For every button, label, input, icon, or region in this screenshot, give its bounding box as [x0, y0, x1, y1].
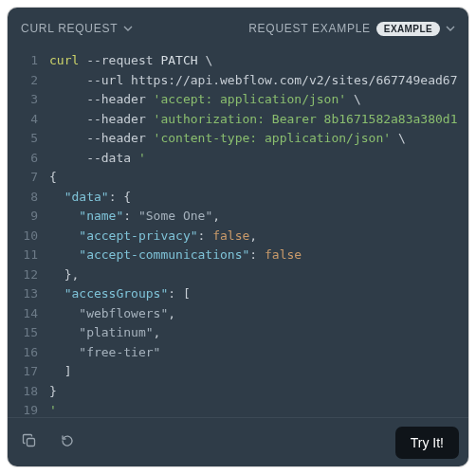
- example-label: REQUEST EXAMPLE: [248, 22, 371, 35]
- chevron-down-icon: [446, 24, 455, 33]
- language-label: CURL REQUEST: [21, 22, 118, 35]
- code-line: 6 --data ': [8, 149, 468, 169]
- copy-button[interactable]: [17, 430, 42, 455]
- code-line: 19': [8, 401, 468, 417]
- svg-rect-0: [27, 438, 35, 446]
- code-line: 5 --header 'content-type: application/js…: [8, 129, 468, 149]
- chevron-down-icon: [123, 24, 133, 33]
- panel-footer: Try It!: [8, 417, 468, 466]
- code-line: 3 --header 'accept: application/json' \: [8, 90, 468, 110]
- try-it-button[interactable]: Try It!: [395, 427, 459, 459]
- code-line: 15 "platinum",: [8, 323, 468, 343]
- reset-icon: [60, 433, 75, 452]
- code-line: 12 },: [8, 265, 468, 285]
- code-line: 2 --url https://api.webflow.com/v2/sites…: [8, 71, 468, 91]
- panel-header: CURL REQUEST REQUEST EXAMPLE EXAMPLE: [8, 8, 468, 49]
- code-line: 18}: [8, 382, 468, 402]
- code-line: 7{: [8, 168, 468, 188]
- code-line: 14 "webflowers",: [8, 304, 468, 324]
- example-select[interactable]: REQUEST EXAMPLE EXAMPLE: [248, 22, 455, 36]
- reset-button[interactable]: [55, 430, 80, 455]
- code-line: 8 "data": {: [8, 188, 468, 208]
- code-line: 17 ]: [8, 362, 468, 382]
- code-line: 4 --header 'authorization: Bearer 8b1671…: [8, 110, 468, 130]
- code-line: 11 "accept-communications": false: [8, 246, 468, 265]
- code-line: 1curl --request PATCH \: [8, 51, 468, 71]
- code-panel: CURL REQUEST REQUEST EXAMPLE EXAMPLE 1cu…: [8, 8, 468, 466]
- code-block: 1curl --request PATCH \ 2 --url https://…: [8, 49, 468, 417]
- code-line: 13 "accessGroups": [: [8, 284, 468, 304]
- footer-actions: [17, 430, 80, 455]
- example-pill: EXAMPLE: [376, 22, 440, 36]
- code-line: 16 "free-tier": [8, 343, 468, 363]
- code-line: 10 "accept-privacy": false,: [8, 227, 468, 246]
- code-line: 9 "name": "Some One",: [8, 207, 468, 227]
- language-select[interactable]: CURL REQUEST: [21, 22, 133, 35]
- copy-icon: [22, 433, 37, 452]
